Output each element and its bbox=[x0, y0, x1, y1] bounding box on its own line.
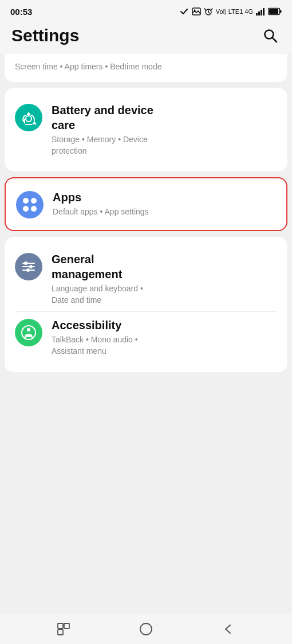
check-icon bbox=[180, 7, 189, 16]
accessibility-title: Accessibility bbox=[52, 318, 277, 333]
svg-line-4 bbox=[211, 9, 212, 10]
battery-item[interactable]: Battery and devicecare Storage • Memory … bbox=[15, 97, 277, 162]
home-button[interactable] bbox=[139, 622, 153, 636]
general-accessibility-card: Generalmanagement Language and keyboard … bbox=[5, 237, 287, 372]
slider-line1 bbox=[22, 263, 35, 264]
recents-button[interactable] bbox=[57, 623, 70, 635]
apps-card[interactable]: Apps Default apps • App settings bbox=[5, 177, 287, 231]
general-icon-circle bbox=[15, 253, 42, 280]
accessibility-icon-circle bbox=[15, 319, 42, 346]
svg-rect-22 bbox=[58, 630, 63, 635]
status-icons: Vol) LTE1 4G bbox=[180, 7, 282, 16]
back-icon bbox=[222, 623, 235, 635]
accessibility-icon bbox=[21, 325, 37, 341]
battery-text: Battery and devicecare Storage • Memory … bbox=[52, 103, 277, 157]
general-subtitle: Language and keyboard •Date and time bbox=[52, 283, 277, 306]
network-icon: Vol) LTE1 4G bbox=[216, 8, 253, 15]
battery-icon bbox=[268, 7, 282, 15]
recycle-icon bbox=[21, 110, 37, 126]
slider-knob3 bbox=[26, 268, 30, 272]
apps-item[interactable]: Apps Default apps • App settings bbox=[16, 184, 276, 224]
svg-rect-6 bbox=[258, 11, 260, 15]
dot2 bbox=[31, 198, 37, 204]
svg-point-17 bbox=[27, 328, 30, 331]
dot3 bbox=[23, 206, 29, 212]
signal-icon bbox=[256, 7, 265, 15]
page-title: Settings bbox=[11, 26, 79, 45]
bottom-nav bbox=[0, 614, 292, 644]
status-time: 00:53 bbox=[10, 7, 32, 17]
svg-line-3 bbox=[204, 9, 206, 10]
search-icon bbox=[263, 28, 278, 43]
svg-rect-20 bbox=[58, 623, 63, 629]
svg-rect-7 bbox=[261, 10, 262, 15]
sliders-icon bbox=[22, 263, 35, 271]
svg-rect-21 bbox=[64, 623, 69, 629]
apps-text: Apps Default apps • App settings bbox=[53, 190, 276, 218]
svg-point-14 bbox=[26, 116, 31, 122]
recents-icon bbox=[57, 623, 70, 635]
slider-knob2 bbox=[29, 265, 33, 268]
svg-rect-10 bbox=[269, 9, 278, 14]
battery-title: Battery and devicecare bbox=[52, 103, 277, 132]
svg-line-13 bbox=[273, 38, 277, 42]
home-icon bbox=[139, 622, 153, 636]
general-title: Generalmanagement bbox=[52, 252, 277, 282]
slider-line3 bbox=[22, 270, 35, 271]
svg-rect-11 bbox=[280, 10, 282, 13]
slider-knob1 bbox=[24, 261, 27, 265]
apps-title: Apps bbox=[53, 190, 276, 205]
header: Settings bbox=[0, 21, 292, 54]
apps-subtitle: Default apps • App settings bbox=[53, 206, 276, 218]
apps-dots-icon bbox=[23, 198, 37, 212]
svg-rect-5 bbox=[256, 13, 258, 15]
content: Screen time • App timers • Bedtime mode … bbox=[0, 54, 292, 614]
general-text: Generalmanagement Language and keyboard … bbox=[52, 252, 277, 306]
general-item[interactable]: Generalmanagement Language and keyboard … bbox=[15, 246, 277, 311]
battery-card[interactable]: Battery and devicecare Storage • Memory … bbox=[5, 88, 287, 171]
dot1 bbox=[23, 198, 29, 204]
image-icon bbox=[192, 7, 201, 16]
accessibility-item[interactable]: Accessibility TalkBack • Mono audio •Ass… bbox=[15, 311, 277, 362]
battery-icon-circle bbox=[15, 104, 42, 131]
dot4 bbox=[31, 206, 37, 212]
digital-wellbeing-card[interactable]: Screen time • App timers • Bedtime mode bbox=[5, 54, 287, 82]
digital-wellbeing-subtitle: Screen time • App timers • Bedtime mode bbox=[15, 61, 277, 73]
search-button[interactable] bbox=[260, 25, 281, 46]
back-button[interactable] bbox=[222, 623, 235, 635]
svg-rect-23 bbox=[140, 623, 152, 635]
apps-icon-circle bbox=[16, 191, 44, 218]
alarm-icon bbox=[204, 7, 213, 16]
battery-subtitle: Storage • Memory • Deviceprotection bbox=[52, 134, 277, 157]
status-bar: 00:53 Vol) LTE1 4G bbox=[0, 0, 292, 21]
accessibility-text: Accessibility TalkBack • Mono audio •Ass… bbox=[52, 318, 277, 357]
svg-point-16 bbox=[22, 326, 35, 339]
slider-line2 bbox=[22, 266, 35, 267]
svg-rect-8 bbox=[263, 8, 265, 15]
accessibility-subtitle: TalkBack • Mono audio •Assistant menu bbox=[52, 334, 277, 357]
